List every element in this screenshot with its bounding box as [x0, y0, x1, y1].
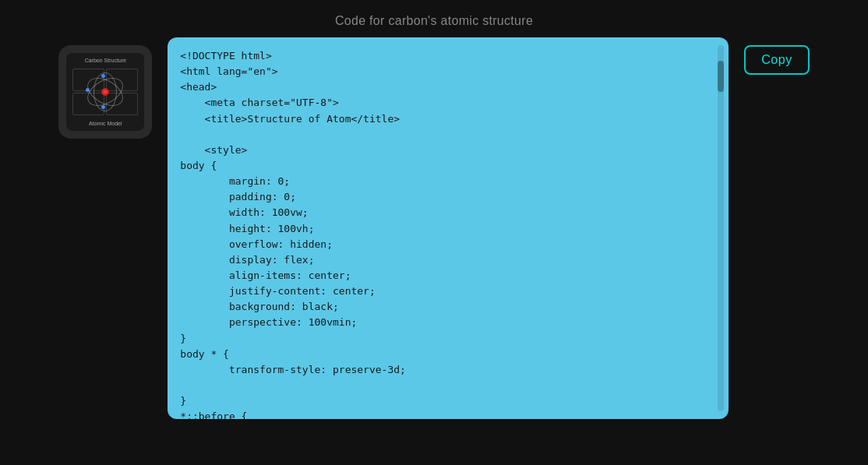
thumbnail-bottom-label: Atomic Model [89, 121, 122, 126]
page-title: Code for carbon's atomic structure [335, 14, 533, 28]
scrollbar-thumb[interactable] [718, 61, 724, 92]
copy-button[interactable]: Copy [744, 45, 809, 75]
scrollbar-track[interactable] [718, 45, 724, 411]
code-panel-wrapper: <!DOCTYPE html> <html lang="en"> <head> … [168, 37, 729, 419]
right-panel: Copy [744, 37, 809, 75]
electron-2 [101, 105, 105, 109]
electron-1 [101, 74, 105, 78]
preview-thumbnail: Carbon Structure Atomic Model [58, 45, 152, 139]
code-panel[interactable]: <!DOCTYPE html> <html lang="en"> <head> … [168, 37, 729, 419]
atom-nucleus [101, 88, 109, 96]
atom-visual [84, 71, 127, 114]
code-content: <!DOCTYPE html> <html lang="en"> <head> … [180, 48, 716, 419]
electron-3 [86, 88, 90, 92]
